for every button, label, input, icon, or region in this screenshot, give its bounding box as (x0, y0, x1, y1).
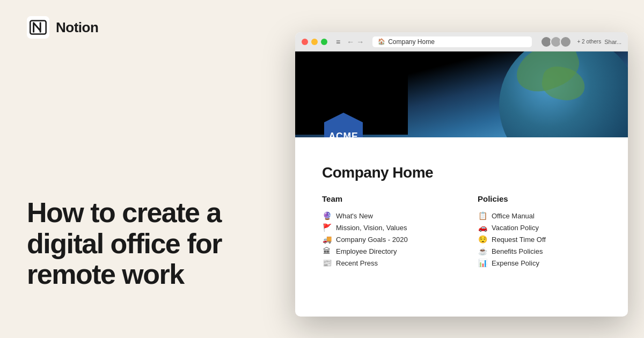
browser-content: ACME Company Home Team 🔮 What's New 🚩 Mi… (295, 52, 628, 317)
press-icon: 📰 (322, 259, 332, 267)
press-link: Recent Press (336, 259, 378, 267)
time-off-icon: 😌 (478, 235, 487, 244)
notion-icon (27, 16, 49, 39)
notion-label: Notion (56, 19, 98, 36)
list-item[interactable]: 🔮 What's New (322, 210, 445, 222)
maximize-button[interactable] (321, 39, 327, 45)
time-off-link: Request Time Off (492, 236, 546, 244)
earth-landmass2 (539, 64, 587, 104)
svg-text:ACME: ACME (328, 131, 358, 137)
others-count: + 2 others (577, 39, 601, 45)
vacation-policy-icon: 🚗 (478, 223, 487, 232)
browser-nav: ← → (347, 38, 364, 46)
list-item[interactable]: ☕ Benefits Policies (478, 245, 601, 257)
directory-icon: 🏛 (322, 247, 332, 255)
list-item[interactable]: 📰 Recent Press (322, 257, 445, 269)
left-panel: Notion How to create a digital office fo… (0, 0, 301, 338)
traffic-lights (302, 39, 327, 45)
whats-new-link: What's New (336, 212, 373, 220)
list-item[interactable]: 📋 Office Manual (478, 210, 601, 222)
earth-sphere (499, 52, 628, 137)
list-item[interactable]: 🚩 Mission, Vision, Values (322, 222, 445, 233)
page-title: Company Home (322, 164, 601, 181)
menu-icon: ≡ (336, 38, 340, 46)
avatar-3 (560, 36, 572, 48)
team-header: Team (322, 194, 445, 203)
goals-icon: 🚚 (322, 235, 332, 244)
office-manual-icon: 📋 (478, 211, 487, 220)
mission-icon: 🚩 (322, 223, 332, 232)
address-bar[interactable]: 🏠 Company Home (372, 36, 532, 47)
address-text: Company Home (388, 38, 435, 46)
share-button[interactable]: Shar... (604, 39, 621, 45)
columns-layout: Team 🔮 What's New 🚩 Mission, Vision, Val… (322, 194, 601, 269)
list-item[interactable]: 🏛 Employee Directory (322, 245, 445, 257)
office-manual-link: Office Manual (492, 212, 535, 220)
hero-image: ACME (295, 52, 628, 137)
page-favicon: 🏠 (378, 38, 385, 45)
whats-new-icon: 🔮 (322, 211, 332, 220)
minimize-button[interactable] (311, 39, 318, 45)
vacation-policy-link: Vacation Policy (492, 224, 539, 232)
policies-column: Policies 📋 Office Manual 🚗 Vacation Poli… (478, 194, 601, 269)
mission-link: Mission, Vision, Values (336, 224, 407, 232)
headline: How to create a digital office for remot… (27, 197, 274, 290)
list-item[interactable]: 🚗 Vacation Policy (478, 222, 601, 233)
logo-area: Notion (27, 16, 274, 39)
close-button[interactable] (302, 39, 308, 45)
goals-link: Company Goals - 2020 (336, 236, 408, 244)
list-item[interactable]: 🚚 Company Goals - 2020 (322, 233, 445, 245)
page-content: Company Home Team 🔮 What's New 🚩 Mission… (295, 137, 628, 280)
expense-icon: 📊 (478, 259, 487, 267)
browser-window: ≡ ← → 🏠 Company Home + 2 others Shar... (295, 32, 628, 317)
avatar-group (540, 36, 572, 48)
back-arrow-icon[interactable]: ← (347, 38, 354, 46)
list-item[interactable]: 😌 Request Time Off (478, 233, 601, 245)
benefits-link: Benefits Policies (492, 247, 543, 255)
list-item[interactable]: 📊 Expense Policy (478, 257, 601, 269)
browser-chrome: ≡ ← → 🏠 Company Home + 2 others Shar... (295, 32, 628, 52)
expense-link: Expense Policy (492, 259, 539, 267)
policies-header: Policies (478, 194, 601, 203)
acme-badge: ACME (322, 111, 365, 137)
acme-hexagon-svg: ACME (322, 111, 365, 137)
team-column: Team 🔮 What's New 🚩 Mission, Vision, Val… (322, 194, 445, 269)
browser-actions: + 2 others Shar... (540, 36, 621, 48)
directory-link: Employee Directory (336, 247, 397, 255)
benefits-icon: ☕ (478, 247, 487, 255)
forward-arrow-icon[interactable]: → (356, 38, 364, 46)
